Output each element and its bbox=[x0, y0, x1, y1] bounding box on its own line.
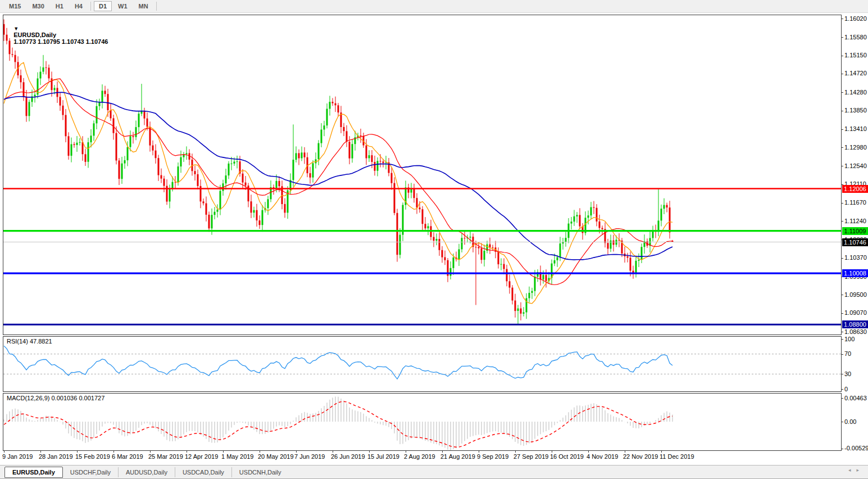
macd-axis-label: -0.00529 bbox=[844, 445, 868, 451]
macd-axis-tick bbox=[841, 398, 843, 399]
price-tag-current-price-line: 1.10746 bbox=[842, 238, 868, 246]
price-axis-tick bbox=[841, 258, 843, 259]
toolbar-separator bbox=[156, 2, 157, 11]
time-axis-label: 12 Apr 2019 bbox=[185, 453, 218, 460]
time-axis-label: 1 May 2019 bbox=[221, 453, 253, 460]
timeframe-button-h4[interactable]: H4 bbox=[70, 1, 88, 11]
toolbar-separator bbox=[90, 2, 91, 11]
symbol-dropdown-icon[interactable]: ▼ bbox=[13, 26, 19, 31]
time-axis-label: 15 Feb 2019 bbox=[75, 453, 110, 460]
time-axis-label: 16 Oct 2019 bbox=[550, 453, 584, 460]
time-axis-tick bbox=[588, 450, 589, 453]
timeframe-toolbar: M15M30H1H4D1W1MN bbox=[0, 0, 868, 13]
price-axis-tick bbox=[841, 147, 843, 148]
rsi-chart[interactable] bbox=[3, 337, 841, 391]
rsi-label: RSI(14) 47.8821 bbox=[7, 338, 52, 345]
tabs-scroll-right-icon[interactable]: ▸ bbox=[856, 467, 865, 473]
chart-title-symbol: EURUSD,Daily bbox=[13, 31, 56, 38]
time-axis-tick bbox=[40, 450, 41, 453]
price-axis-tick bbox=[841, 129, 843, 130]
time-axis-label: 9 Sep 2019 bbox=[477, 453, 508, 460]
price-axis-label: 1.15150 bbox=[844, 52, 867, 58]
price-axis-label: 1.12980 bbox=[844, 144, 867, 151]
macd-axis-tick bbox=[841, 422, 843, 422]
price-axis-tick bbox=[841, 295, 843, 295]
price-axis-label: 1.09070 bbox=[844, 309, 867, 316]
macd-chart[interactable] bbox=[3, 394, 841, 450]
candlestick-chart[interactable] bbox=[3, 15, 841, 335]
terminal-window: M15M30H1H4D1W1MN ▼ EURUSD,Daily 1.10773 … bbox=[0, 0, 868, 479]
time-axis-tick bbox=[4, 450, 4, 453]
time-axis-label: 4 Nov 2019 bbox=[587, 453, 618, 460]
time-axis-tick bbox=[150, 450, 151, 453]
tab-usdcad-daily[interactable]: USDCAD,Daily bbox=[175, 467, 231, 477]
time-axis-tick bbox=[515, 450, 516, 453]
price-axis-label: 1.11240 bbox=[844, 218, 866, 224]
tabs-scroll-left-icon[interactable]: ◂ bbox=[848, 467, 857, 473]
price-axis-tick bbox=[841, 111, 843, 111]
price-tag-support-line-green: 1.11009 bbox=[842, 227, 868, 235]
time-axis-tick bbox=[661, 450, 662, 453]
time-axis-label: 25 Mar 2019 bbox=[148, 453, 183, 460]
macd-axis-tick bbox=[841, 449, 843, 449]
price-axis-label: 1.10370 bbox=[844, 254, 867, 261]
macd-axis-label: 0.00 bbox=[844, 418, 856, 425]
time-axis-tick bbox=[406, 450, 406, 453]
price-axis-tick bbox=[841, 332, 843, 332]
macd-axis-label: 0.00463 bbox=[844, 395, 867, 401]
price-axis-tick bbox=[841, 92, 843, 93]
tab-usdcnh-daily[interactable]: USDCNH,Daily bbox=[231, 467, 289, 477]
price-axis-label: 1.14720 bbox=[844, 70, 867, 76]
price-tag-support-line-blue: 1.10008 bbox=[842, 269, 868, 277]
macd-label: MACD(12,26,9) 0.001036 0.001727 bbox=[7, 395, 104, 401]
rsi-axis-label: 100 bbox=[844, 336, 855, 342]
time-axis-label: 9 Jan 2019 bbox=[2, 453, 33, 460]
time-axis-label: 15 Jul 2019 bbox=[367, 453, 399, 460]
timeframe-button-m30[interactable]: M30 bbox=[27, 1, 49, 11]
rsi-axis-tick bbox=[841, 374, 843, 374]
chart-title-ohlc: 1.10773 1.10795 1.10743 1.10746 bbox=[13, 38, 108, 45]
rsi-axis-label: 0 bbox=[844, 386, 848, 392]
rsi-axis-tick bbox=[841, 339, 843, 340]
chart-tabbar: EURUSD,DailyUSDCHF,DailyAUDUSD,DailyUSDC… bbox=[0, 465, 868, 479]
price-axis-tick bbox=[841, 37, 843, 38]
timeframe-button-h1[interactable]: H1 bbox=[51, 1, 69, 11]
price-axis-tick bbox=[841, 74, 843, 74]
time-axis-label: 22 Nov 2019 bbox=[623, 453, 658, 460]
price-axis-label: 1.13410 bbox=[844, 125, 867, 132]
price-axis-label: 1.16020 bbox=[844, 15, 867, 22]
time-axis-label: 20 May 2019 bbox=[258, 453, 294, 460]
timeframe-button-w1[interactable]: W1 bbox=[113, 1, 133, 11]
time-axis-label: 28 Jan 2019 bbox=[39, 453, 73, 460]
price-tag-resistance-line-red: 1.12006 bbox=[842, 185, 868, 193]
time-axis-tick bbox=[260, 450, 260, 453]
tab-audusd-daily[interactable]: AUDUSD,Daily bbox=[118, 467, 175, 477]
tabbar-scroll-buttons: ◂▸ bbox=[848, 467, 865, 473]
timeframe-button-d1[interactable]: D1 bbox=[94, 1, 112, 11]
time-axis-tick bbox=[625, 450, 625, 453]
price-axis-tick bbox=[841, 313, 843, 314]
time-axis-tick bbox=[552, 450, 552, 453]
time-axis-tick bbox=[187, 450, 187, 453]
time-axis-label: 11 Dec 2019 bbox=[660, 453, 694, 460]
price-axis-label: 1.11670 bbox=[844, 199, 866, 206]
price-axis-label: 1.09500 bbox=[844, 291, 867, 298]
time-axis-tick bbox=[479, 450, 479, 453]
time-axis-tick bbox=[442, 450, 443, 453]
time-axis-tick bbox=[77, 450, 78, 453]
time-axis-label: 2 Aug 2019 bbox=[404, 453, 435, 460]
rsi-axis-tick bbox=[841, 354, 843, 355]
price-axis-label: 1.12540 bbox=[844, 162, 867, 169]
rsi-axis-label: 30 bbox=[844, 370, 851, 377]
price-axis-label: 1.08630 bbox=[844, 328, 867, 335]
price-tag-support-line-navy: 1.08800 bbox=[842, 320, 868, 328]
time-axis-tick bbox=[113, 450, 114, 453]
timeframe-button-mn[interactable]: MN bbox=[134, 1, 153, 11]
rsi-axis-tick bbox=[841, 389, 843, 390]
tab-usdchf-daily[interactable]: USDCHF,Daily bbox=[63, 467, 118, 477]
timeframe-button-m15[interactable]: M15 bbox=[4, 1, 26, 11]
tab-eurusd-daily[interactable]: EURUSD,Daily bbox=[4, 467, 63, 478]
time-axis-label: 21 Aug 2019 bbox=[440, 453, 475, 460]
price-axis-tick bbox=[841, 166, 843, 166]
time-axis-tick bbox=[333, 450, 333, 453]
